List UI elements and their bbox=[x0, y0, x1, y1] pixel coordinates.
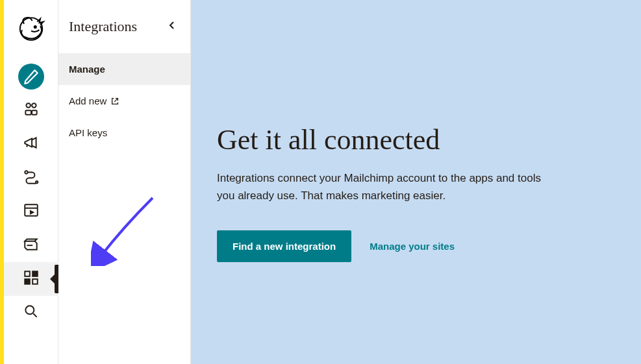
svg-point-6 bbox=[25, 171, 27, 173]
svg-point-16 bbox=[25, 306, 34, 314]
integrations-icon bbox=[23, 269, 40, 289]
chevron-left-icon bbox=[168, 21, 175, 30]
audience-icon bbox=[23, 101, 40, 120]
content-icon bbox=[23, 236, 40, 255]
subnav-item-label: Manage bbox=[69, 64, 105, 75]
subnav-header: Integrations bbox=[58, 0, 190, 53]
hero-title: Get it all connected bbox=[217, 123, 615, 156]
hero-description: Integrations connect your Mailchimp acco… bbox=[217, 169, 555, 204]
svg-rect-4 bbox=[25, 110, 31, 115]
megaphone-icon bbox=[23, 134, 40, 154]
nav-audience[interactable] bbox=[4, 93, 58, 127]
manage-sites-link[interactable]: Manage your sites bbox=[370, 241, 455, 252]
svg-line-17 bbox=[33, 313, 36, 317]
nav-content[interactable] bbox=[4, 228, 58, 262]
primary-nav: Integrations bbox=[4, 0, 58, 364]
svg-point-2 bbox=[26, 103, 31, 108]
journey-icon bbox=[23, 168, 40, 188]
nav-campaigns[interactable] bbox=[4, 127, 58, 161]
cta-row: Find a new integration Manage your sites bbox=[217, 230, 615, 262]
nav-automations[interactable] bbox=[4, 161, 58, 195]
svg-point-1 bbox=[34, 26, 36, 28]
svg-rect-13 bbox=[32, 271, 38, 276]
subnav-item-label: Add new bbox=[69, 95, 107, 106]
nav-search[interactable] bbox=[4, 296, 58, 330]
collapse-button[interactable] bbox=[166, 18, 177, 35]
hero-panel: Get it all connected Integrations connec… bbox=[191, 0, 641, 364]
nav-integrations[interactable]: Integrations bbox=[4, 262, 58, 296]
svg-rect-5 bbox=[32, 110, 37, 115]
nav-website[interactable] bbox=[4, 195, 58, 228]
svg-rect-12 bbox=[25, 271, 30, 276]
svg-marker-10 bbox=[30, 211, 32, 213]
svg-point-3 bbox=[32, 103, 36, 108]
subnav-item-label: API keys bbox=[69, 127, 107, 138]
subnav-title: Integrations bbox=[69, 18, 137, 35]
find-integration-button[interactable]: Find a new integration bbox=[217, 230, 351, 262]
search-icon bbox=[23, 303, 40, 322]
secondary-nav: Integrations Manage Add new API keys bbox=[58, 0, 191, 364]
subnav-item-manage[interactable]: Manage bbox=[58, 53, 190, 85]
svg-rect-15 bbox=[32, 279, 38, 284]
subnav-item-api-keys[interactable]: API keys bbox=[58, 117, 190, 149]
external-link-icon bbox=[110, 97, 119, 106]
svg-rect-14 bbox=[25, 279, 30, 284]
mailchimp-logo[interactable] bbox=[15, 12, 47, 44]
subnav-item-add-new[interactable]: Add new bbox=[58, 85, 190, 117]
svg-rect-8 bbox=[25, 204, 38, 215]
svg-point-7 bbox=[36, 181, 38, 183]
website-icon bbox=[23, 202, 40, 221]
pencil-icon bbox=[18, 64, 44, 90]
nav-create[interactable] bbox=[4, 60, 58, 93]
